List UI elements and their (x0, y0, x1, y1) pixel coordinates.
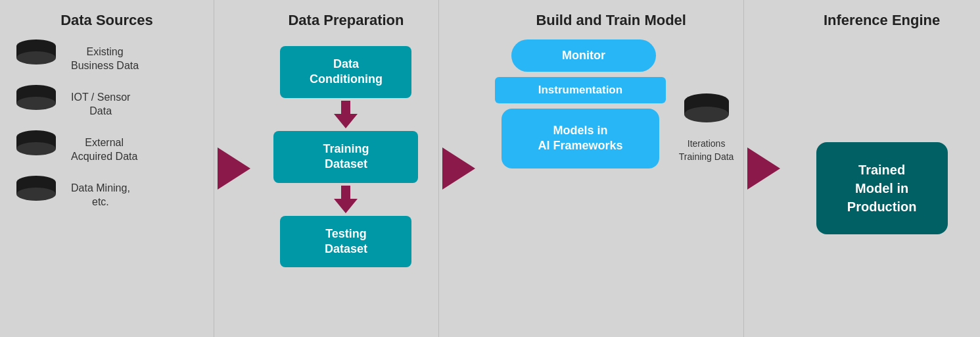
down-arrow-icon-2 (334, 186, 358, 213)
main-container: Data Sources ExistingBusiness Data (0, 0, 980, 337)
inference-content: TrainedModel inProduction (790, 46, 973, 330)
right-arrow-icon-3 (747, 147, 780, 190)
database-icon-mining (13, 176, 59, 215)
models-box: Models inAI Frameworks (502, 109, 659, 168)
database-icon-external (13, 130, 59, 169)
data-conditioning-box: DataConditioning (280, 46, 411, 98)
panel-data-preparation: Data Preparation DataConditioning Traini… (254, 0, 438, 337)
trained-model-box: TrainedModel inProduction (816, 142, 948, 234)
sources-title: Data Sources (60, 12, 153, 29)
iterations-label: Iterations (688, 138, 726, 149)
training-data-label: Training Data (679, 151, 734, 162)
source-label-iot: IOT / SensorData (71, 91, 130, 118)
svg-point-14 (684, 107, 729, 122)
svg-point-5 (16, 97, 56, 110)
svg-point-2 (16, 51, 56, 65)
prep-content: DataConditioning TrainingDataset Testing… (260, 46, 432, 267)
panel-build-train: Build and Train Model Monitor Instrument… (478, 0, 743, 337)
database-icon-iot (13, 85, 59, 124)
iterations-db-icon (680, 93, 733, 136)
list-item: ExistingBusiness Data (13, 39, 207, 78)
list-item: Data Mining,etc. (13, 176, 207, 215)
instrumentation-box: Instrumentation (495, 77, 666, 103)
list-item: ExternalAcquired Data (13, 130, 207, 169)
right-arrow-icon (218, 147, 250, 190)
arrow-prep-to-train (439, 147, 478, 190)
panel-inference-engine: Inference Engine TrainedModel inProducti… (783, 0, 980, 337)
source-label-external: ExternalAcquired Data (71, 136, 137, 164)
prep-title: Data Preparation (288, 12, 404, 29)
right-arrow-icon-2 (442, 147, 475, 190)
database-icon (13, 39, 59, 78)
panel-data-sources: Data Sources ExistingBusiness Data (0, 0, 214, 337)
training-dataset-box: TrainingDataset (273, 131, 418, 183)
source-label-business: ExistingBusiness Data (71, 45, 139, 73)
testing-dataset-box: TestingDataset (280, 216, 411, 268)
down-arrow-icon-1 (334, 101, 358, 128)
svg-point-8 (16, 142, 56, 155)
train-title: Build and Train Model (536, 12, 686, 29)
sources-content: ExistingBusiness Data IOT / SensorData (7, 39, 207, 215)
svg-point-11 (16, 188, 56, 201)
list-item: IOT / SensorData (13, 85, 207, 124)
inference-title: Inference Engine (824, 12, 940, 29)
arrow-sources-to-prep (214, 147, 254, 190)
source-label-mining: Data Mining,etc. (71, 182, 130, 209)
monitor-box: Monitor (511, 39, 656, 72)
arrow-train-to-inference (744, 147, 783, 190)
